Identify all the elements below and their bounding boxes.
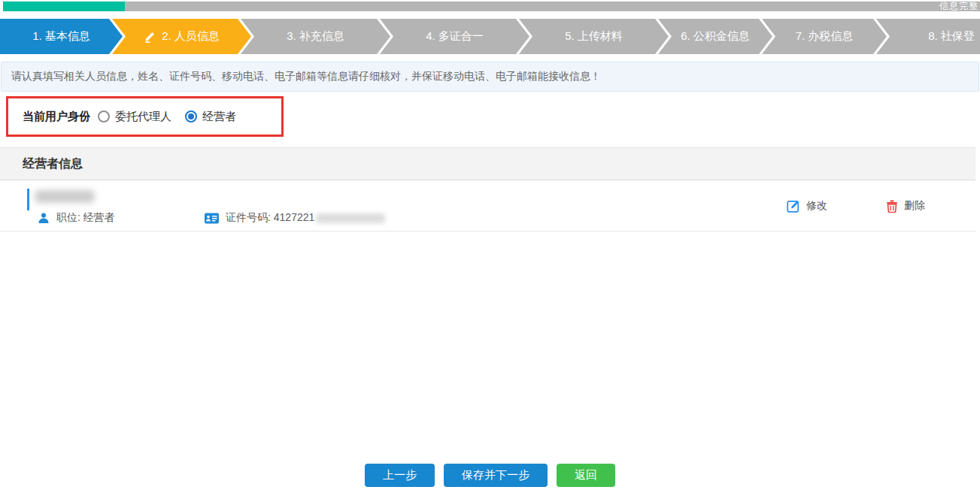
edit-icon	[787, 199, 800, 213]
previous-step-button[interactable]: 上一步	[365, 464, 435, 487]
step-housing-fund[interactable]: 6. 公积金信息	[658, 19, 772, 54]
step-multi-cert[interactable]: 4. 多证合一	[380, 19, 529, 54]
completeness-progress-bar: 信息完整	[3, 2, 980, 11]
person-icon	[38, 212, 50, 224]
section-header: 经营者信息	[0, 147, 975, 180]
redacted-name	[35, 190, 95, 203]
delete-button[interactable]: 删除	[886, 198, 925, 214]
step-label: 3. 补充信息	[287, 29, 344, 44]
step-label: 2. 人员信息	[162, 29, 220, 44]
position-text: 职位: 经营者	[56, 211, 115, 225]
redacted-id-number	[316, 213, 385, 223]
step-supplement-info[interactable]: 3. 补充信息	[241, 19, 390, 54]
step-label: 5. 上传材料	[565, 29, 623, 44]
back-button[interactable]: 返回	[557, 464, 615, 487]
step-personnel-info[interactable]: 2. 人员信息	[112, 19, 251, 54]
step-basic-info[interactable]: 1. 基本信息	[0, 19, 123, 54]
edit-button[interactable]: 修改	[787, 198, 827, 214]
step-tax-info[interactable]: 7. 办税信息	[762, 19, 887, 54]
trash-icon	[886, 199, 898, 213]
wizard-stepper: 1. 基本信息 2. 人员信息 3. 补充信息 4. 多证合一 5. 上传材料 …	[0, 19, 980, 54]
step-label: 4. 多证合一	[426, 29, 484, 44]
section-title: 经营者信息	[23, 156, 83, 172]
radio-operator[interactable]: 经营者	[185, 110, 236, 124]
identity-label: 当前用户身份	[23, 110, 90, 124]
operator-info-section: 经营者信息 职位: 经营者 证件号码: 4127221 修改	[0, 147, 975, 231]
id-card-icon	[205, 213, 219, 224]
notice-text: 请认真填写相关人员信息，姓名、证件号码、移动电话、电子邮箱等信息请仔细核对，并保…	[11, 70, 601, 83]
radio-label: 经营者	[202, 110, 236, 124]
radio-agent[interactable]: 委托代理人	[98, 110, 171, 124]
step-label: 1. 基本信息	[32, 29, 90, 44]
step-label: 8. 社保登	[928, 29, 975, 44]
step-social-security[interactable]: 8. 社保登	[876, 19, 980, 54]
name-accent-bar	[27, 189, 29, 210]
step-upload-materials[interactable]: 5. 上传材料	[519, 19, 669, 54]
radio-icon[interactable]	[98, 110, 110, 122]
person-row: 职位: 经营者 证件号码: 4127221 修改 删除	[0, 180, 975, 231]
save-and-next-button[interactable]: 保存并下一步	[444, 464, 548, 487]
position-field: 职位: 经营者	[38, 210, 115, 225]
radio-icon[interactable]	[185, 110, 197, 122]
id-number-field: 证件号码: 4127221	[205, 210, 385, 225]
step-label: 6. 公积金信息	[681, 29, 750, 44]
identity-row: 当前用户身份 委托代理人 经营者	[0, 95, 980, 138]
radio-label: 委托代理人	[115, 110, 171, 124]
pencil-icon	[144, 30, 156, 43]
completeness-progress-fill	[3, 2, 125, 11]
id-number-text: 证件号码: 4127221	[226, 211, 314, 225]
footer-actions: 上一步 保存并下一步 返回	[0, 464, 980, 487]
delete-label: 删除	[904, 199, 925, 213]
step-label: 7. 办税信息	[796, 29, 854, 44]
notice-banner: 请认真填写相关人员信息，姓名、证件号码、移动电话、电子邮箱等信息请仔细核对，并保…	[1, 62, 979, 92]
edit-label: 修改	[806, 199, 827, 213]
completeness-label: 信息完整	[939, 2, 978, 11]
